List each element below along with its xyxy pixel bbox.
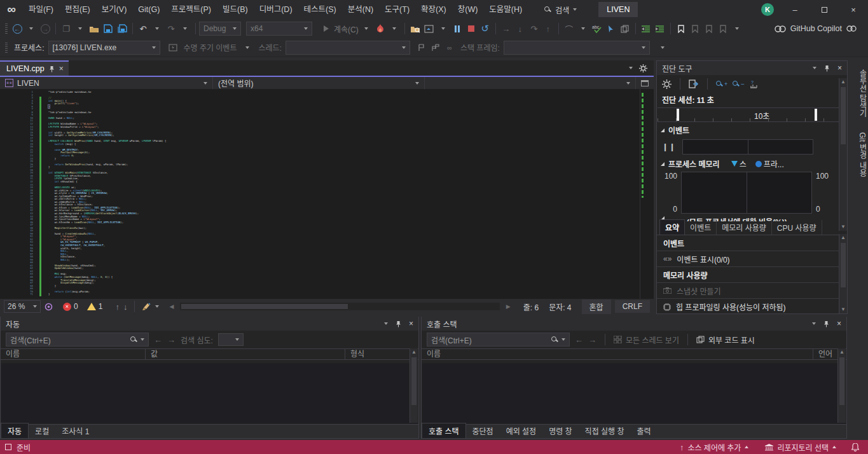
editor-settings-gear-icon[interactable]: [639, 64, 647, 72]
navigate-back-dropdown[interactable]: [25, 22, 38, 36]
navigate-back-button[interactable]: ←: [11, 22, 24, 36]
loop-icon[interactable]: ∞: [443, 41, 456, 55]
flag-thread-icon[interactable]: [415, 41, 428, 55]
hscroll-left-arrow[interactable]: ◀: [169, 303, 174, 310]
callstack-tab-1[interactable]: 중단점: [466, 423, 500, 438]
new-project-dropdown[interactable]: [74, 22, 86, 36]
continue-dropdown[interactable]: [360, 22, 373, 36]
summary-scrollbar[interactable]: ▲▼: [839, 234, 847, 313]
background-tasks-icon[interactable]: [5, 444, 11, 450]
autos-scrollbar[interactable]: ▲: [410, 348, 418, 423]
menu-item-4[interactable]: 프로젝트(P): [165, 0, 217, 19]
code-cleanup-broom-icon[interactable]: [142, 303, 151, 311]
autos-header[interactable]: 자동 ×: [1, 317, 418, 331]
take-snapshot-action[interactable]: 스냅샷 만들기: [657, 283, 847, 299]
toggle-bookmark-button[interactable]: [675, 22, 687, 36]
pin-icon[interactable]: [823, 320, 829, 327]
menu-item-0[interactable]: 파일(F): [23, 0, 59, 19]
hot-reload-dropdown[interactable]: [388, 22, 401, 36]
step-out-button[interactable]: ↑: [542, 22, 555, 36]
document-tab-liven-cpp[interactable]: LIVEN.cpp ×: [0, 60, 69, 76]
code-line-71[interactable]: 71}: [0, 293, 654, 296]
step-into-button[interactable]: ↓: [514, 22, 527, 36]
split-editor-handle[interactable]: [636, 77, 654, 89]
memory-graph[interactable]: [681, 172, 812, 214]
increase-indent-button[interactable]: [654, 22, 666, 36]
autos-tab-1[interactable]: 로컬: [29, 423, 55, 438]
warning-indicator[interactable]: 1: [87, 302, 103, 311]
zoom-out-button[interactable]: –: [733, 81, 744, 88]
char-indicator[interactable]: 문자: 4: [549, 301, 571, 312]
debug-toolbar-overflow[interactable]: [656, 41, 669, 55]
code-cleanup-dropdown[interactable]: [155, 305, 159, 308]
restore-button[interactable]: [809, 0, 839, 19]
column-name[interactable]: 이름: [422, 348, 813, 360]
heap-profiling-action[interactable]: 힙 프로파일링 사용(성능이 저하됨): [657, 299, 847, 315]
select-tool-button[interactable]: [605, 22, 617, 36]
callstack-scrollbar[interactable]: ▲: [837, 348, 846, 423]
menu-item-11[interactable]: 창(W): [452, 0, 484, 19]
error-indicator[interactable]: × 0: [63, 302, 78, 311]
debug-toolbar-drag-handle[interactable]: [5, 43, 8, 53]
editor-vertical-scrollbar[interactable]: [640, 89, 654, 299]
search-options-dropdown[interactable]: [141, 338, 144, 341]
project-dropdown[interactable]: ++ LIVEN: [0, 77, 213, 89]
diagnostic-tab-3[interactable]: CPU 사용량: [772, 220, 822, 235]
diagnostic-tab-2[interactable]: 메모리 사용량: [717, 220, 772, 235]
previous-issue-button[interactable]: ↑: [115, 302, 120, 312]
panel-menu-dropdown[interactable]: [813, 67, 816, 69]
bookmark-overflow-dropdown[interactable]: [731, 22, 743, 36]
diagram-button[interactable]: ⌒: [563, 22, 575, 36]
project-badge[interactable]: LIVEN: [598, 2, 638, 17]
search-box[interactable]: 검색: [539, 3, 582, 17]
editor-horizontal-scrollbar[interactable]: [180, 303, 500, 310]
search-back-button[interactable]: ←: [154, 335, 162, 345]
menu-item-9[interactable]: 도구(T): [379, 0, 415, 19]
search-forward-button[interactable]: →: [588, 335, 596, 345]
document-well-dropdown[interactable]: [629, 67, 633, 69]
stop-debugging-button[interactable]: [465, 22, 478, 36]
menu-item-10[interactable]: 확장(X): [415, 0, 452, 19]
pin-icon[interactable]: [824, 65, 830, 72]
break-all-button[interactable]: [451, 22, 464, 36]
menu-item-8[interactable]: 분석(N): [342, 0, 379, 19]
avatar[interactable]: K: [761, 3, 774, 16]
close-icon[interactable]: ×: [837, 320, 841, 327]
thread-select[interactable]: [286, 41, 410, 55]
code-editor[interactable]: 1"tok-p">#include <windows.h>2 3//4int m…: [0, 89, 654, 299]
restart-button[interactable]: ↺: [479, 22, 492, 36]
menu-item-5[interactable]: 빌드(B): [217, 0, 254, 19]
callstack-tab-5[interactable]: 출력: [630, 423, 657, 438]
settings-gear-icon[interactable]: [662, 79, 672, 89]
callstack-search-input[interactable]: 검색(Ctrl+E): [427, 333, 570, 347]
menu-item-2[interactable]: 보기(V): [96, 0, 133, 19]
diagram-dropdown[interactable]: [577, 22, 589, 36]
open-file-button[interactable]: [88, 22, 100, 36]
line-ending-indicator[interactable]: CRLF: [615, 300, 650, 313]
close-icon[interactable]: ×: [837, 64, 842, 72]
tab-close-icon[interactable]: ×: [59, 65, 64, 72]
menu-item-7[interactable]: 테스트(S): [298, 0, 342, 19]
panel-menu-dropdown[interactable]: [812, 322, 816, 325]
health-indicator-icon[interactable]: [45, 303, 53, 311]
search-back-button[interactable]: ←: [575, 335, 583, 345]
callstack-tab-3[interactable]: 명령 창: [542, 423, 578, 438]
encoding-indicator[interactable]: 혼합: [582, 299, 611, 314]
diagnostic-tab-1[interactable]: 이벤트: [685, 220, 717, 235]
memory-section-header[interactable]: 프로세스 메모리 스 프라...: [657, 156, 847, 172]
continue-button[interactable]: [320, 22, 333, 36]
column-value[interactable]: 값: [146, 348, 345, 360]
show-external-code-button[interactable]: 외부 코드 표시: [696, 334, 755, 345]
menu-item-12[interactable]: 도움말(H): [483, 0, 528, 19]
callstack-header[interactable]: 호출 스택 ×: [422, 317, 846, 331]
redo-dropdown[interactable]: [179, 22, 191, 36]
callstack-tab-2[interactable]: 예외 설정: [500, 423, 543, 438]
show-events-link[interactable]: «» 이벤트 표시(0/0): [657, 251, 847, 267]
autos-tab-2[interactable]: 조사식 1: [55, 423, 95, 438]
export-icon[interactable]: [689, 79, 699, 88]
menu-item-3[interactable]: Git(G): [132, 0, 165, 19]
solution-configuration-select[interactable]: Debug: [199, 22, 241, 36]
side-tab-1[interactable]: Git 변경 내용: [850, 126, 868, 183]
callstack-tab-4[interactable]: 직접 실행 창: [579, 423, 631, 438]
callstack-tab-0[interactable]: 호출 스택: [422, 423, 466, 438]
